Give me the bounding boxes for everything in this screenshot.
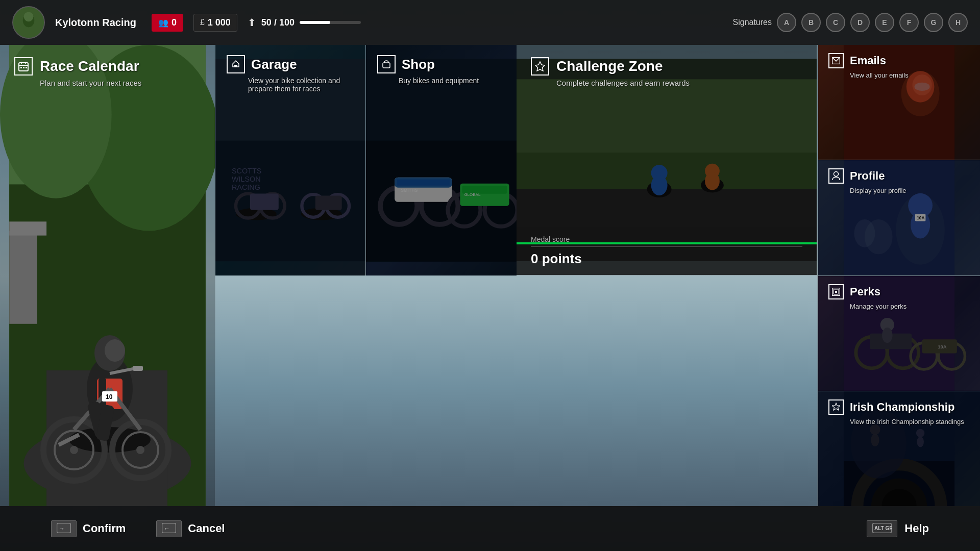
perks-tile[interactable]: 10A Perks Manage your perks (818, 276, 980, 391)
money-icon: £ (200, 18, 205, 27)
profile-title: Profile (850, 169, 885, 183)
svg-point-23 (70, 446, 78, 454)
perks-content: Perks Manage your perks (818, 276, 980, 319)
shop-tile[interactable]: SMITHS GLOBAL Shop Buy bikes and equipme… (366, 45, 517, 276)
svg-text:ALT GR: ALT GR (874, 525, 892, 531)
challenge-title: Challenge Zone (556, 58, 663, 74)
confirm-button-icon: → (51, 520, 77, 537)
cancel-label: Cancel (188, 522, 225, 535)
xp-bar-fill (300, 21, 330, 24)
xp-bar-container (300, 21, 361, 24)
medal-score-label: Medal score (531, 235, 802, 247)
emails-content: Emails View all your emails (818, 45, 980, 88)
svg-rect-108 (835, 291, 837, 293)
garage-content: Garage View your bike collection and pre… (215, 45, 365, 103)
irish-championship-tile[interactable]: Irish Championship View the Irish Champi… (818, 391, 980, 506)
signatures-section: Signatures A B C D E F G H (733, 13, 968, 32)
profile-title-row: Profile (828, 168, 970, 184)
irish-title: Irish Championship (850, 400, 954, 414)
motorcycle-figure: 10 (8, 246, 207, 501)
svg-text:10: 10 (106, 393, 113, 400)
money-stat: £ 1 000 (193, 14, 237, 32)
svg-rect-37 (23, 67, 24, 68)
sig-g: G (924, 13, 943, 32)
sig-e: E (875, 13, 894, 32)
money-value: 1 000 (208, 17, 231, 28)
race-calendar-title: Race Calendar (40, 58, 139, 74)
race-calendar-content: Race Calendar Plan and start your next r… (0, 45, 215, 97)
emails-title-row: Emails (828, 53, 970, 68)
emails-title: Emails (850, 54, 886, 67)
svg-point-2 (24, 12, 34, 21)
medal-score-value: 0 points (531, 251, 802, 267)
garage-title-row: Garage (227, 55, 354, 73)
confirm-button[interactable]: → Confirm (51, 520, 126, 537)
profile-icon (828, 168, 844, 184)
avatar (12, 6, 45, 39)
xp-progress-group: ⬆ 50 / 100 (248, 16, 361, 29)
race-calendar-desc: Plan and start your next races (40, 79, 141, 87)
cancel-button-icon: ← (156, 520, 182, 537)
profile-desc: Display your profile (850, 187, 906, 194)
perks-title-row: Perks (828, 284, 970, 299)
challenge-green-bar (517, 242, 817, 244)
svg-rect-34 (21, 62, 22, 64)
svg-rect-38 (26, 67, 27, 68)
svg-marker-50 (535, 62, 545, 71)
irish-desc: View the Irish Championship standings (850, 418, 964, 425)
garage-desc: View your bike collection and prepare th… (248, 77, 354, 93)
emails-icon (828, 53, 844, 68)
topbar: Kylotonn Racing 👥 0 £ 1 000 ⬆ 50 / 100 S… (0, 0, 980, 45)
garage-tile[interactable]: SCOTTS WILSON RACING Garage View your bi… (215, 45, 366, 276)
shop-title: Shop (402, 57, 435, 72)
irish-content: Irish Championship View the Irish Champi… (818, 391, 980, 434)
race-calendar-tile[interactable]: 10 Race Calendar Plan and start your nex… (0, 45, 215, 506)
svg-rect-27 (133, 366, 143, 371)
sig-f: F (899, 13, 919, 32)
shop-desc: Buy bikes and equipment (399, 77, 505, 85)
medal-score-section: Medal score 0 points (517, 227, 817, 275)
garage-title: Garage (251, 57, 297, 72)
help-button[interactable]: ALT GR Help (867, 520, 929, 537)
help-icon: ALT GR (867, 520, 897, 537)
sig-h: H (948, 13, 968, 32)
bottombar: → Confirm ← Cancel ALT GR Help (0, 506, 980, 551)
shop-icon (377, 55, 396, 73)
race-calendar-title-row: Race Calendar (14, 57, 201, 76)
cancel-button[interactable]: ← Cancel (156, 520, 225, 537)
emails-tile[interactable]: Emails View all your emails (818, 45, 980, 160)
challenge-icon (531, 57, 549, 76)
signatures-label: Signatures (733, 18, 772, 27)
emails-desc: View all your emails (850, 71, 909, 79)
sig-c: C (826, 13, 845, 32)
main-grid: 10 Race Calendar Plan and start your nex… (0, 45, 980, 506)
profile-tile[interactable]: 10A Profile Display your profile (818, 160, 980, 276)
perks-title: Perks (850, 285, 880, 298)
irish-title-row: Irish Championship (828, 399, 970, 415)
svg-point-14 (105, 339, 125, 362)
help-label: Help (904, 522, 929, 535)
svg-point-20 (136, 446, 144, 454)
irish-icon (828, 399, 844, 415)
confirm-label: Confirm (83, 522, 126, 535)
shop-content: Shop Buy bikes and equipment (366, 45, 517, 95)
profile-content: Profile Display your profile (818, 160, 980, 203)
svg-rect-35 (25, 62, 26, 64)
middle-column: Challenge Zone Complete challenges and e… (215, 45, 818, 506)
xp-icon: ⬆ (248, 16, 256, 29)
fans-value: 0 (172, 17, 177, 28)
svg-text:←: ← (164, 525, 170, 532)
race-calendar-icon (14, 57, 33, 76)
sig-b: B (801, 13, 821, 32)
challenge-zone-tile[interactable]: Challenge Zone Complete challenges and e… (517, 45, 817, 276)
sig-d: D (850, 13, 870, 32)
sig-a: A (777, 13, 796, 32)
fans-stat: 👥 0 (152, 14, 183, 32)
bottom-middle-row: SCOTTS WILSON RACING Garage View your bi… (215, 45, 517, 276)
xp-value: 50 / 100 (261, 17, 295, 28)
svg-rect-64 (234, 65, 237, 67)
fans-icon: 👥 (158, 18, 168, 28)
perks-icon (828, 284, 844, 299)
shop-title-row: Shop (377, 55, 505, 73)
challenge-content: Challenge Zone Complete challenges and e… (517, 45, 817, 97)
